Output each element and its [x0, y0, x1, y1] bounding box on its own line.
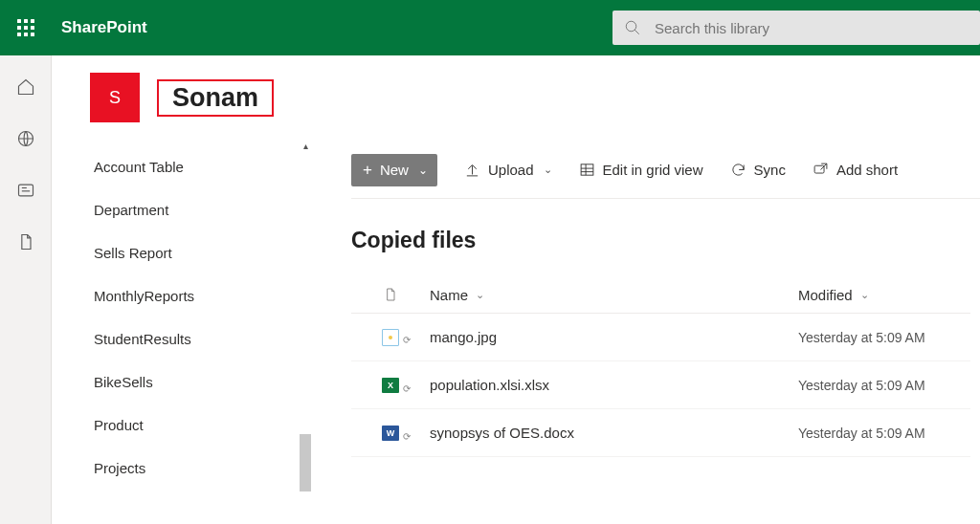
site-header: S Sonam: [52, 55, 980, 138]
column-header-modified[interactable]: Modified ⌄: [798, 287, 970, 303]
upload-icon: [464, 162, 480, 178]
globe-icon[interactable]: [15, 128, 36, 149]
app-launcher-icon[interactable]: [0, 0, 52, 55]
search-icon: [624, 19, 641, 36]
svg-rect-10: [814, 165, 824, 173]
site-title[interactable]: Sonam: [157, 79, 274, 117]
sidebar-item-studentresults[interactable]: StudentResults: [52, 317, 305, 360]
upload-label: Upload: [488, 162, 534, 178]
upload-button[interactable]: Upload ⌄: [464, 162, 552, 178]
new-button-label: New: [380, 162, 409, 178]
chevron-down-icon: ⌄: [544, 164, 552, 176]
column-name-label: Name: [430, 287, 468, 303]
image-file-icon: [382, 329, 399, 346]
news-icon[interactable]: [15, 180, 36, 201]
brand-sharepoint[interactable]: SharePoint: [61, 18, 147, 37]
sync-status-icon: ⟳: [403, 431, 411, 442]
section-title: Copied files: [351, 228, 980, 253]
table-row[interactable]: ⟳ X population.xlsi.xlsx Yesterday at 5:…: [351, 361, 970, 409]
main-panel: + New ⌄ Upload ⌄ Edit in grid view: [305, 138, 980, 524]
svg-rect-6: [581, 164, 593, 175]
scroll-thumb[interactable]: [300, 434, 311, 491]
new-button[interactable]: + New ⌄: [351, 154, 437, 186]
column-modified-label: Modified: [798, 287, 853, 303]
add-shortcut-label: Add short: [836, 162, 898, 178]
side-nav-scrollbar[interactable]: ▴: [300, 138, 311, 524]
file-modified: Yesterday at 5:09 AM: [798, 330, 970, 345]
sidebar-item-product[interactable]: Product: [52, 404, 305, 447]
sync-button[interactable]: Sync: [730, 162, 786, 178]
sync-status-icon: ⟳: [403, 383, 411, 394]
file-icon[interactable]: [15, 231, 36, 252]
sidebar-item-monthlyreports[interactable]: MonthlyReports: [52, 274, 305, 317]
search-box[interactable]: [612, 11, 980, 45]
shortcut-icon: [813, 162, 829, 178]
chevron-down-icon: ⌄: [476, 289, 484, 301]
edit-grid-button[interactable]: Edit in grid view: [579, 162, 703, 178]
sidebar-item-account-table[interactable]: Account Table: [52, 145, 305, 188]
file-name[interactable]: synopsys of OES.docx: [430, 425, 798, 441]
word-file-icon: W: [382, 426, 399, 441]
sidebar-item-bikesells[interactable]: BikeSells: [52, 360, 305, 404]
search-input[interactable]: [655, 20, 969, 36]
plus-icon: +: [363, 161, 372, 180]
column-type-icon[interactable]: [351, 286, 430, 303]
table-row[interactable]: ⟳ W synopsys of OES.docx Yesterday at 5:…: [351, 409, 970, 457]
home-icon[interactable]: [15, 76, 36, 98]
file-name[interactable]: mango.jpg: [430, 329, 798, 345]
sidebar-item-projects[interactable]: Projects: [52, 447, 305, 490]
file-list: Name ⌄ Modified ⌄ ⟳: [351, 276, 980, 457]
site-avatar[interactable]: S: [90, 73, 140, 122]
table-row[interactable]: ⟳ mango.jpg Yesterday at 5:09 AM: [351, 314, 970, 361]
file-modified: Yesterday at 5:09 AM: [798, 378, 970, 393]
chevron-down-icon: ⌄: [860, 289, 869, 301]
file-name[interactable]: population.xlsi.xlsx: [430, 377, 798, 393]
suite-bar: SharePoint: [0, 0, 980, 55]
app-rail: [0, 55, 52, 524]
side-nav: Account Table Department Sells Report Mo…: [52, 138, 305, 524]
scroll-up-icon[interactable]: ▴: [300, 140, 311, 151]
add-shortcut-button[interactable]: Add short: [813, 162, 898, 178]
edit-grid-label: Edit in grid view: [603, 162, 703, 178]
list-header: Name ⌄ Modified ⌄: [351, 276, 970, 314]
file-modified: Yesterday at 5:09 AM: [798, 426, 970, 441]
svg-line-1: [635, 30, 639, 34]
grid-icon: [579, 162, 595, 178]
chevron-down-icon: ⌄: [418, 164, 428, 177]
command-bar: + New ⌄ Upload ⌄ Edit in grid view: [351, 145, 980, 199]
sidebar-item-department[interactable]: Department: [52, 188, 305, 231]
sync-status-icon: ⟳: [403, 335, 411, 345]
column-header-name[interactable]: Name ⌄: [430, 287, 798, 303]
sync-label: Sync: [754, 162, 786, 178]
sync-icon: [730, 162, 746, 178]
sidebar-item-sells-report[interactable]: Sells Report: [52, 231, 305, 274]
svg-rect-3: [18, 185, 33, 196]
svg-point-0: [626, 21, 636, 32]
excel-file-icon: X: [382, 378, 399, 393]
